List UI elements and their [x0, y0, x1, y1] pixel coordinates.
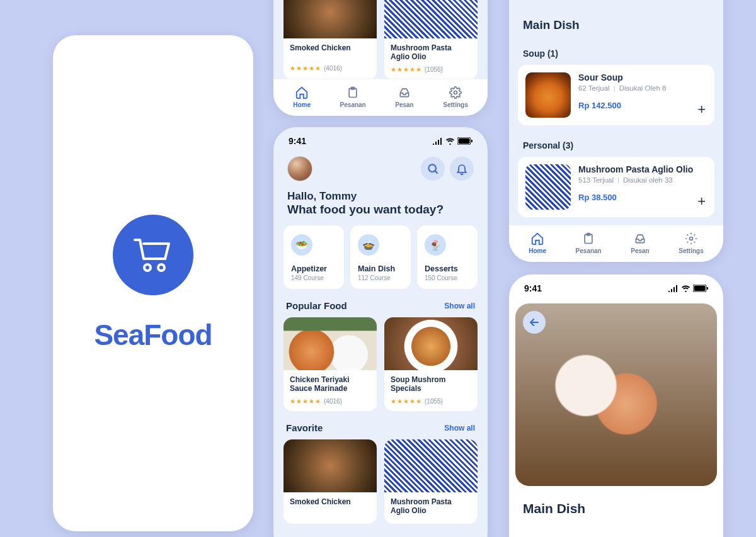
clipboard-icon	[346, 86, 360, 99]
nav-pesan[interactable]: Pesan	[631, 232, 649, 254]
svg-point-4	[454, 91, 457, 94]
category-desserts[interactable]: 🍨 Desserts 150 Course	[417, 225, 478, 289]
brand-logo-icon	[113, 215, 193, 295]
food-image	[384, 0, 478, 38]
main-dish-screen: Main Dish Soup (1) Sour Soup 62 Terjual|…	[509, 0, 723, 262]
svg-rect-13	[694, 286, 706, 291]
category-appetizer[interactable]: 🥗 Appetizer 149 Course	[284, 225, 344, 289]
arrow-left-icon	[528, 316, 541, 329]
category-main-dish[interactable]: 🍲 Main Dish 112 Course	[350, 225, 411, 289]
gear-icon	[684, 232, 698, 246]
status-time: 9:41	[289, 136, 306, 146]
dish-name: Mushroom Pasta Aglio Olio	[578, 164, 707, 174]
food-title: Mushroom Pasta Aglio Olio	[384, 492, 478, 517]
food-card[interactable]: Chicken Teriyaki Sauce Marinade ★★★★★(40…	[284, 317, 377, 411]
group-header-personal: Personal (3)	[509, 133, 723, 157]
food-image	[384, 439, 478, 492]
food-card[interactable]: Mushroom Pasta Aglio Olio	[384, 439, 478, 524]
search-button[interactable]	[421, 157, 445, 181]
food-rating: ★★★★★ (1056)	[384, 64, 478, 73]
brand-name: SeaFood	[94, 318, 212, 352]
detail-hero-image	[515, 303, 717, 486]
inbox-icon	[633, 232, 647, 246]
food-card[interactable]: Mushroom Pasta Aglio Olio ★★★★★ (1056)	[384, 0, 478, 79]
stars-icon: ★★★★★	[391, 66, 422, 73]
dish-price: Rp 142.500	[578, 101, 707, 110]
page-title: Main Dish	[509, 12, 723, 41]
detail-screen: 9:41 Main Dish	[509, 274, 723, 537]
add-button[interactable]: +	[697, 101, 706, 118]
desserts-icon: 🍨	[425, 234, 446, 256]
status-time: 9:41	[524, 283, 542, 293]
dish-meta: 513 Terjual|Disukai oleh 33	[578, 176, 707, 184]
section-popular-title: Popular Food	[286, 300, 347, 311]
clipboard-icon	[581, 232, 595, 246]
svg-point-11	[689, 237, 692, 240]
food-card[interactable]: Smoked Chicken	[284, 439, 377, 524]
nav-home[interactable]: Home	[529, 232, 546, 254]
show-all-favorite[interactable]: Show all	[444, 424, 475, 432]
dish-image	[525, 72, 571, 118]
section-favorite-title: Favorite	[286, 422, 323, 433]
home-screen: 9:41 Hallo, Tommy What food you want tod…	[273, 127, 488, 537]
inbox-icon	[398, 86, 411, 99]
detail-title: Main Dish	[509, 492, 723, 525]
home-icon	[530, 232, 544, 246]
dish-card[interactable]: Sour Soup 62 Terjual|Disukai Oleh 8 Rp 1…	[518, 65, 714, 125]
group-header-soup: Soup (1)	[509, 41, 723, 65]
notifications-button[interactable]	[450, 157, 474, 181]
svg-rect-7	[471, 140, 472, 142]
food-card[interactable]: Soup Mushrom Specials ★★★★★(1055)	[384, 317, 478, 411]
stars-icon: ★★★★★	[290, 398, 321, 405]
stars-icon: ★★★★★	[391, 398, 422, 405]
dish-image	[525, 164, 571, 210]
main-dish-icon: 🍲	[358, 234, 379, 256]
nav-pesan[interactable]: Pesan	[395, 86, 413, 108]
greeting: Hallo, Tommy What food you want today?	[273, 186, 488, 225]
home-icon	[295, 86, 309, 99]
status-bar: 9:41	[273, 127, 488, 150]
dish-name: Sour Soup	[578, 72, 707, 82]
svg-rect-6	[459, 138, 470, 144]
add-button[interactable]: +	[697, 193, 706, 210]
stars-icon: ★★★★★	[290, 65, 321, 72]
dish-meta: 62 Terjual|Disukai Oleh 8	[578, 84, 707, 92]
svg-point-1	[158, 264, 164, 271]
bottom-nav: Home Pesanan Pesan Settings	[509, 225, 723, 262]
food-title: Soup Mushrom Specials	[384, 370, 478, 395]
nav-settings[interactable]: Settings	[443, 86, 467, 108]
food-title: Mushroom Pasta Aglio Olio	[384, 38, 478, 64]
bell-icon	[455, 162, 468, 175]
back-button[interactable]	[523, 311, 546, 334]
dish-price: Rp 38.500	[578, 193, 707, 202]
food-image	[284, 317, 377, 370]
show-all-popular[interactable]: Show all	[444, 302, 475, 310]
status-bar: 9:41	[509, 274, 723, 297]
svg-rect-14	[707, 287, 708, 290]
nav-home[interactable]: Home	[293, 86, 311, 108]
gear-icon	[449, 86, 462, 99]
food-rating: ★★★★★ (4016)	[284, 62, 377, 72]
nav-pesanan[interactable]: Pesanan	[340, 86, 366, 108]
status-icons	[433, 137, 472, 145]
svg-point-0	[144, 264, 151, 271]
food-rating: ★★★★★(4016)	[284, 395, 377, 405]
food-card[interactable]: Smoked Chicken ★★★★★ (4016)	[284, 0, 377, 79]
food-title: Chicken Teriyaki Sauce Marinade	[284, 370, 377, 395]
svg-point-8	[428, 164, 436, 172]
food-title: Smoked Chicken	[284, 38, 377, 62]
splash-screen: SeaFood	[53, 35, 253, 531]
search-icon	[427, 162, 439, 175]
food-image	[284, 0, 377, 38]
food-title: Smoked Chicken	[284, 492, 377, 516]
avatar[interactable]	[287, 156, 312, 181]
home-screen-fragment: Smoked Chicken ★★★★★ (4016) Mushroom Pas…	[273, 0, 488, 116]
dish-card[interactable]: Mushroom Pasta Aglio Olio 513 Terjual|Di…	[518, 157, 714, 217]
food-image	[384, 317, 478, 370]
food-image	[284, 439, 377, 492]
status-icons	[668, 285, 708, 292]
nav-settings[interactable]: Settings	[679, 232, 703, 254]
nav-pesanan[interactable]: Pesanan	[576, 232, 602, 254]
bottom-nav: Home Pesanan Pesan Settings	[273, 79, 488, 116]
appetizer-icon: 🥗	[291, 234, 312, 256]
